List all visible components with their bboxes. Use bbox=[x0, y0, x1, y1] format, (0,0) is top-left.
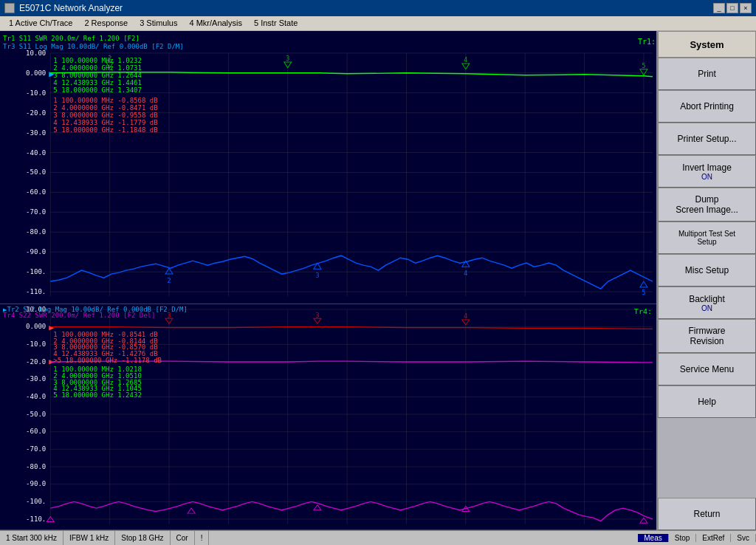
svg-text:-40.0: -40.0 bbox=[26, 149, 46, 157]
window-controls: _ □ × bbox=[713, 3, 752, 13]
svg-text:5: 5 bbox=[642, 289, 645, 296]
tab-svc[interactable]: Svc bbox=[731, 534, 756, 542]
svg-text:1  100.00000 MHz  -0.8568 dB: 1 100.00000 MHz -0.8568 dB bbox=[53, 97, 157, 104]
svg-text:-70.0: -70.0 bbox=[26, 208, 46, 216]
chart-area: 10.00 0.000 -10.0 -20.0 -30.0 -40.0 -50.… bbox=[0, 31, 656, 530]
system-button[interactable]: System bbox=[658, 31, 756, 58]
svg-text:3  8.0000000 GHz  -0.9558 dB: 3 8.0000000 GHz -0.9558 dB bbox=[53, 112, 157, 119]
svg-text:0.000: 0.000 bbox=[26, 323, 46, 330]
svg-text:-90.0: -90.0 bbox=[26, 248, 46, 256]
backlight-button[interactable]: Backlight ON bbox=[658, 287, 756, 319]
svg-text:Tr3 S11 Log Mag 10.00dB/ Ref 0: Tr3 S11 Log Mag 10.00dB/ Ref 0.000dB [F2… bbox=[3, 43, 184, 50]
tab-stop[interactable]: Stop bbox=[669, 534, 697, 542]
svg-text:-50.0: -50.0 bbox=[26, 169, 46, 176]
svg-text:5: 5 bbox=[642, 62, 645, 69]
svg-text:-70.0: -70.0 bbox=[26, 446, 46, 453]
svg-text:5  18.000000 GHz  1.2432: 5 18.000000 GHz 1.2432 bbox=[53, 392, 142, 399]
minimize-button[interactable]: _ bbox=[713, 3, 725, 13]
svg-text:-110.: -110. bbox=[26, 288, 46, 295]
svg-text:-20.0: -20.0 bbox=[26, 109, 46, 117]
dump-screen-button[interactable]: Dump Screen Image... bbox=[658, 188, 756, 222]
menu-stimulus[interactable]: 3 Stimulus bbox=[134, 18, 183, 29]
svg-text:-30.0: -30.0 bbox=[26, 376, 46, 383]
close-button[interactable]: × bbox=[740, 3, 752, 13]
svg-text:4: 4 bbox=[464, 56, 467, 64]
menu-response[interactable]: 2 Response bbox=[78, 18, 134, 29]
svg-text:4  12.438933 GHz  -1.1779 dB: 4 12.438933 GHz -1.1779 dB bbox=[53, 119, 157, 126]
menu-instr-state[interactable]: 5 Instr State bbox=[248, 18, 303, 29]
svg-text:-10.0: -10.0 bbox=[26, 89, 46, 97]
app-icon bbox=[4, 3, 15, 13]
invert-image-button[interactable]: Invert Image ON bbox=[658, 155, 756, 188]
svg-text:4: 4 bbox=[464, 270, 467, 277]
svg-text:5  18.000000 GHz  1.3407: 5 18.000000 GHz 1.3407 bbox=[53, 86, 142, 94]
svg-text:10.00: 10.00 bbox=[26, 49, 46, 57]
status-bar: 1 Start 300 kHz IFBW 1 kHz Stop 18 GHz C… bbox=[0, 530, 756, 545]
firmware-revision-button[interactable]: Firmware Revision bbox=[658, 319, 756, 353]
window-title: E5071C Network Analyzer bbox=[19, 3, 123, 13]
svg-text:-100.: -100. bbox=[26, 498, 46, 505]
misc-setup-button[interactable]: Misc Setup bbox=[658, 254, 756, 287]
service-menu-button[interactable]: Service Menu bbox=[658, 353, 756, 385]
printer-setup-button[interactable]: Printer Setup... bbox=[658, 123, 756, 155]
svg-text:-20.0: -20.0 bbox=[26, 358, 46, 365]
svg-text:1  100.00000 MHz  1.0232: 1 100.00000 MHz 1.0232 bbox=[53, 57, 142, 64]
svg-text:-30.0: -30.0 bbox=[26, 129, 46, 137]
svg-text:0.000: 0.000 bbox=[26, 69, 46, 77]
svg-text:2  4.0000000 GHz  -0.8471 dB: 2 4.0000000 GHz -0.8471 dB bbox=[53, 104, 157, 112]
top-chart-svg: 10.00 0.000 -10.0 -20.0 -30.0 -40.0 -50.… bbox=[0, 31, 656, 304]
abort-printing-button[interactable]: Abort Printing bbox=[658, 90, 756, 123]
return-button[interactable]: Return bbox=[658, 498, 756, 530]
tab-extref[interactable]: ExtRef bbox=[696, 534, 731, 542]
svg-text:Tr4 S22 SWR 200.0m/ Ref 1.200 : Tr4 S22 SWR 200.0m/ Ref 1.200 [F2 Del] bbox=[3, 312, 155, 319]
svg-text:4  12.438933 GHz  1.4461: 4 12.438933 GHz 1.4461 bbox=[53, 79, 142, 86]
status-start: 1 Start 300 kHz bbox=[0, 531, 63, 545]
svg-text:Tr1: Pass: Tr1: Pass bbox=[638, 38, 656, 46]
svg-text:2  4.0000000 GHz  1.0731: 2 4.0000000 GHz 1.0731 bbox=[53, 64, 142, 72]
svg-text:-60.0: -60.0 bbox=[26, 428, 46, 435]
menu-bar: 1 Active Ch/Trace 2 Response 3 Stimulus … bbox=[0, 16, 756, 31]
status-stop: Stop 18 GHz bbox=[115, 531, 170, 545]
right-panel: System Print Abort Printing Printer Setu… bbox=[656, 31, 756, 530]
svg-text:-60.0: -60.0 bbox=[26, 188, 46, 196]
svg-text:-50.0: -50.0 bbox=[26, 411, 46, 417]
help-button[interactable]: Help bbox=[658, 385, 756, 418]
svg-text:-90.0: -90.0 bbox=[26, 481, 46, 487]
bottom-chart-panel: 10.00 0.000 -10.0 -20.0 -30.0 -40.0 -50.… bbox=[0, 304, 656, 530]
svg-text:2: 2 bbox=[167, 277, 171, 284]
svg-text:>5  18.000000 GHz  -1.1178 dB: >5 18.000000 GHz -1.1178 dB bbox=[53, 357, 162, 363]
svg-text:-10.0: -10.0 bbox=[26, 341, 46, 348]
main-content: 10.00 0.000 -10.0 -20.0 -30.0 -40.0 -50.… bbox=[0, 31, 756, 530]
tab-meas[interactable]: Meas bbox=[638, 534, 668, 542]
svg-text:-100.: -100. bbox=[26, 268, 46, 275]
svg-text:-110.: -110. bbox=[26, 515, 46, 522]
svg-text:Tr4: Pass: Tr4: Pass bbox=[634, 308, 656, 315]
bottom-chart-svg: 10.00 0.000 -10.0 -20.0 -30.0 -40.0 -50.… bbox=[0, 304, 656, 529]
svg-text:Tr1 S11 SWR 200.0m/ Ref 1.200 : Tr1 S11 SWR 200.0m/ Ref 1.200 [F2] bbox=[3, 35, 140, 42]
svg-text:3  8.0000000 GHz  1.2644: 3 8.0000000 GHz 1.2644 bbox=[53, 72, 142, 79]
multiport-test-button[interactable]: Multiport Test Set Setup bbox=[658, 222, 756, 254]
svg-text:5  18.000000 GHz  -1.1848 dB: 5 18.000000 GHz -1.1848 dB bbox=[53, 126, 157, 134]
svg-text:-80.0: -80.0 bbox=[26, 463, 46, 470]
svg-text:3: 3 bbox=[286, 55, 289, 62]
status-cor: Cor bbox=[171, 531, 195, 545]
menu-active-trace[interactable]: 1 Active Ch/Trace bbox=[3, 18, 78, 29]
svg-text:-80.0: -80.0 bbox=[26, 228, 46, 236]
maximize-button[interactable]: □ bbox=[726, 3, 738, 13]
status-ifbw: IFBW 1 kHz bbox=[63, 531, 115, 545]
svg-text:3: 3 bbox=[315, 312, 319, 318]
menu-mkr-analysis[interactable]: 4 Mkr/Analysis bbox=[183, 18, 248, 29]
print-button[interactable]: Print bbox=[658, 58, 756, 90]
top-chart-panel: 10.00 0.000 -10.0 -20.0 -30.0 -40.0 -50.… bbox=[0, 31, 656, 304]
status-indicator: ! bbox=[195, 531, 210, 545]
status-tabs: Meas Stop ExtRef Svc bbox=[638, 534, 756, 542]
title-bar: E5071C Network Analyzer _ □ × bbox=[0, 0, 756, 16]
svg-text:3: 3 bbox=[315, 272, 319, 279]
svg-text:4: 4 bbox=[464, 313, 467, 320]
svg-text:-40.0: -40.0 bbox=[26, 394, 46, 400]
